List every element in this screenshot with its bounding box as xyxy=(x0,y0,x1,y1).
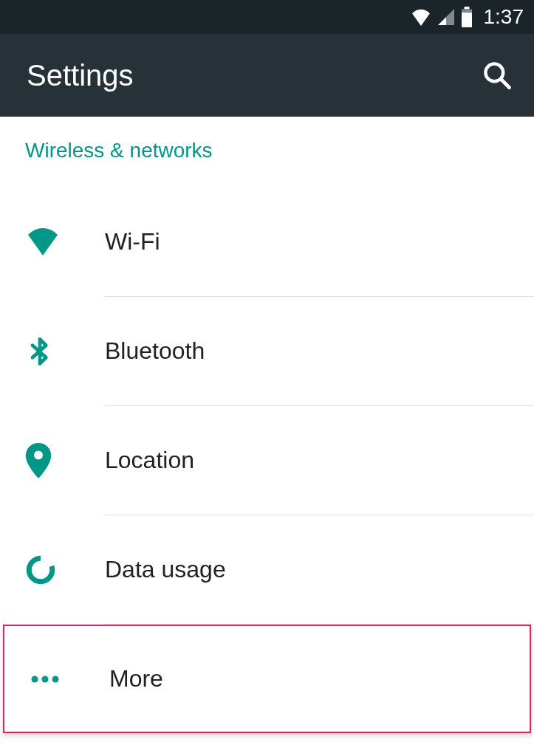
list-item-label: Wi-Fi xyxy=(105,228,160,255)
list-item-bluetooth[interactable]: Bluetooth xyxy=(0,297,534,405)
svg-rect-0 xyxy=(464,7,469,10)
wifi-icon xyxy=(25,227,105,257)
list-item-label: More xyxy=(109,665,163,693)
list-item-more[interactable]: More xyxy=(3,625,531,733)
status-time: 1:37 xyxy=(484,5,524,29)
svg-point-9 xyxy=(52,676,59,682)
status-bar: 1:37 xyxy=(0,0,534,34)
list-item-data-usage[interactable]: Data usage xyxy=(0,515,534,624)
wifi-status-icon xyxy=(410,8,432,26)
svg-point-5 xyxy=(34,450,43,459)
list-item-label: Location xyxy=(105,447,194,474)
battery-icon xyxy=(460,7,473,27)
list-item-wifi[interactable]: Wi-Fi xyxy=(0,188,534,296)
data-usage-icon xyxy=(25,554,105,585)
list-item-label: Data usage xyxy=(105,556,226,583)
more-icon xyxy=(30,675,109,684)
settings-list: Wi-Fi Bluetooth Location Data usage xyxy=(0,173,534,733)
page-title: Settings xyxy=(27,59,134,92)
app-bar: Settings xyxy=(0,34,534,117)
location-icon xyxy=(25,443,105,478)
list-item-location[interactable]: Location xyxy=(0,406,534,515)
cellular-signal-icon xyxy=(437,8,456,26)
search-icon[interactable] xyxy=(481,59,513,92)
svg-rect-2 xyxy=(462,13,472,27)
bluetooth-icon xyxy=(25,334,105,369)
list-item-label: Bluetooth xyxy=(105,337,205,365)
section-header: Wireless & networks xyxy=(0,117,534,173)
svg-line-4 xyxy=(502,80,510,88)
svg-point-7 xyxy=(32,676,38,682)
svg-point-8 xyxy=(42,676,49,682)
